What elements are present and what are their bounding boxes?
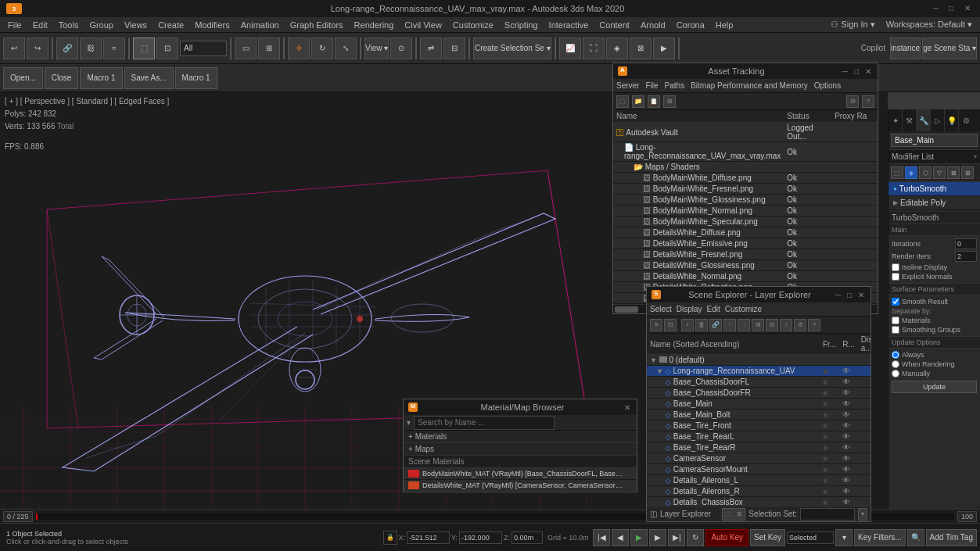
scene-row-bolt[interactable]: ◇ Base_Main_Bolt■👁: [647, 410, 871, 420]
filter-input[interactable]: [180, 41, 227, 56]
scene-tb-filter[interactable]: ⊡: [664, 319, 677, 331]
scene-row-uav[interactable]: ▼ ◇ Long-range_Reconnaissance_UAV ■ 👁: [647, 366, 871, 377]
asset-menu-bitmap[interactable]: Bitmap Performance and Memory: [691, 81, 808, 90]
unlink-button[interactable]: ⛓: [80, 38, 102, 59]
scene-row-tirearl[interactable]: ◇ Base_Tire_RearL■👁: [647, 431, 871, 442]
workspace-button[interactable]: Workspaces: Default ▾: [881, 19, 977, 30]
asset-row-file[interactable]: 📄 Long-range_Reconnaissance_UAV_max_vray…: [613, 142, 878, 162]
utilities-tab[interactable]: ⚙: [959, 109, 973, 131]
mat-item-1[interactable]: DetailsWhite_MAT (VRayMtl) [CameraSensor…: [404, 480, 637, 492]
menu-animation[interactable]: Animation: [236, 20, 284, 30]
asset-row-5[interactable]: 🖼 DetailsWhite_Diffuse.pngOk: [613, 227, 878, 238]
schematic-view-button[interactable]: ⛶: [583, 38, 605, 59]
render-iters-input[interactable]: [955, 251, 977, 262]
loop-button[interactable]: ↻: [687, 529, 704, 546]
isoline-checkbox[interactable]: [892, 263, 899, 271]
menu-edit[interactable]: Edit: [28, 20, 52, 30]
scene-menu-customize[interactable]: Customize: [725, 305, 762, 313]
macro1-right-button[interactable]: Macro 1: [175, 67, 217, 89]
scene-close-button[interactable]: ✕: [856, 291, 866, 299]
menu-modifiers[interactable]: Modifiers: [190, 20, 235, 30]
play-button[interactable]: ▶: [630, 529, 648, 546]
maps-section-header[interactable]: + Maps: [404, 443, 637, 456]
lock-icon[interactable]: 🔒: [383, 531, 397, 545]
materials-section-header[interactable]: + Materials: [404, 431, 637, 443]
next-frame-button[interactable]: ▶: [649, 529, 666, 546]
scene-row-layer0[interactable]: ▼ 0 (default): [647, 355, 871, 366]
scene-col-fr[interactable]: Fr...: [820, 334, 839, 355]
menu-rendering[interactable]: Rendering: [350, 20, 399, 30]
modifier-icon-3[interactable]: ⬡: [919, 166, 932, 179]
open-button[interactable]: Open...: [3, 67, 43, 89]
smooth-result-checkbox[interactable]: [892, 298, 899, 306]
asset-tb-btn2[interactable]: 📁: [632, 95, 644, 108]
scene-col-r[interactable]: R...: [839, 334, 858, 355]
scene-tb-invert[interactable]: ↕: [780, 319, 792, 331]
material-editor-button[interactable]: ◈: [606, 38, 628, 59]
scene-tb-link[interactable]: 🔗: [709, 319, 722, 331]
scene-tb-selectall[interactable]: ⊞: [752, 319, 764, 331]
x-coord-input[interactable]: [407, 531, 450, 544]
scene-row-chassisbox[interactable]: ◇ Details_ChassisBox■👁: [647, 497, 871, 506]
select-by-name-button[interactable]: ⊡: [156, 38, 178, 59]
menu-create[interactable]: Create: [153, 20, 188, 30]
scene-menu-edit[interactable]: Edit: [707, 305, 720, 313]
menu-interactive[interactable]: Interactive: [544, 20, 594, 30]
undo-button[interactable]: ↩: [3, 38, 25, 59]
redo-button[interactable]: ↪: [27, 38, 48, 59]
asset-menu-options[interactable]: Options: [814, 81, 841, 90]
asset-row-4[interactable]: 🖼 BodyMainWhite_Specular.pngOk: [613, 216, 878, 227]
asset-tracking-header[interactable]: A Asset Tracking ─ □ ✕: [613, 63, 878, 79]
prev-frame-button[interactable]: ◀: [612, 529, 629, 546]
menu-civil-view[interactable]: Civil View: [400, 20, 446, 30]
selected-input[interactable]: [787, 531, 834, 544]
scene-col-name[interactable]: Name (Sorted Ascending): [647, 334, 820, 355]
curve-editor-button[interactable]: 📈: [559, 38, 581, 59]
materials-checkbox[interactable]: [892, 317, 899, 324]
scene-menu-display[interactable]: Display: [677, 305, 702, 313]
sign-in-button[interactable]: ⚇ Sign In ▾: [826, 19, 879, 30]
scene-row-doorfr[interactable]: ◇ Base_ChassisDoorFR■👁: [647, 388, 871, 399]
asset-menu-file[interactable]: File: [645, 81, 658, 90]
scene-minimize-button[interactable]: ─: [834, 291, 842, 299]
object-name-input[interactable]: [891, 134, 978, 147]
minimize-button[interactable]: ─: [933, 4, 942, 13]
menu-scripting[interactable]: Scripting: [500, 20, 543, 30]
modifier-icon-4[interactable]: ▽: [933, 166, 946, 179]
select-scale-button[interactable]: ⤡: [335, 38, 357, 59]
scene-row-tirearrr[interactable]: ◇ Base_Tire_RearR■👁: [647, 442, 871, 453]
scene-row-aileron-r[interactable]: ◇ Details_Ailerons_R■👁: [647, 486, 871, 497]
asset-tb-btn1[interactable]: ⬚: [616, 95, 629, 108]
mat-close-button[interactable]: ✕: [623, 403, 632, 412]
set-key-button[interactable]: Set Key: [750, 529, 785, 546]
asset-row-9[interactable]: 🖼 DetailsWhite_Normal.pngOk: [613, 271, 878, 282]
scene-row-main[interactable]: ◇ Base_Main■👁: [647, 399, 871, 410]
scene-tb-help[interactable]: ?: [808, 319, 820, 331]
asset-tb-btn5[interactable]: ⚙: [846, 95, 859, 108]
create-tab[interactable]: ✦: [888, 109, 903, 131]
update-button[interactable]: Update: [892, 381, 977, 393]
time-slider-thumb[interactable]: [36, 513, 38, 520]
asset-close-button[interactable]: ✕: [863, 67, 873, 76]
menu-views[interactable]: Views: [120, 20, 152, 30]
modify-tab[interactable]: ⚒: [903, 109, 917, 131]
macro1-left-button[interactable]: Macro 1: [80, 67, 122, 89]
menu-help[interactable]: Help: [711, 20, 738, 30]
asset-row-1[interactable]: 🖼 BodyMainWhite_Fresnel.pngOk: [613, 184, 878, 195]
col-name[interactable]: Name: [613, 110, 784, 123]
asset-row-7[interactable]: 🖼 DetailsWhite_Fresnel.pngOk: [613, 249, 878, 260]
scene-tb-delete[interactable]: 🗑: [695, 319, 708, 331]
menu-customize[interactable]: Customize: [448, 20, 498, 30]
when-rendering-radio[interactable]: [892, 360, 899, 368]
key-filters-button[interactable]: Key Filters...: [854, 529, 906, 546]
asset-row-8[interactable]: 🖼 DetailsWhite_Glossiness.pngOk: [613, 260, 878, 271]
always-radio[interactable]: [892, 351, 899, 359]
turbosmoothmod-item[interactable]: ● TurboSmooth: [888, 182, 980, 196]
z-coord-input[interactable]: [512, 531, 543, 544]
scene-row-aileron-l[interactable]: ◇ Details_Ailerons_L■👁: [647, 475, 871, 486]
select-object-button[interactable]: ⬚: [133, 38, 155, 59]
modifier-icon-6[interactable]: ⊞: [961, 166, 974, 179]
selection-set-input[interactable]: [800, 508, 855, 521]
save-as-button[interactable]: Save As...: [124, 67, 174, 89]
go-end-button[interactable]: ▶|: [668, 529, 685, 546]
